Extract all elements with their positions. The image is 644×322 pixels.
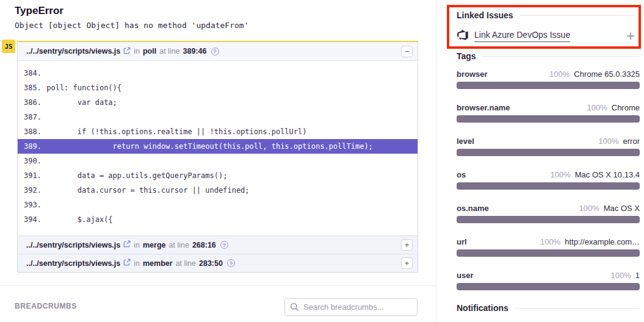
tag-key[interactable]: os.name [457,204,489,213]
code-line: 392. data.cursor = this.cursor || undefi… [18,183,418,198]
frame-function-name: member [143,259,173,268]
code-line: 387. [18,110,418,124]
tag-row: browser.name 100%Chrome [457,99,640,133]
tag-value: error [623,137,640,146]
tag-row: os 100%Mac OS X 10.13.4 [457,166,640,200]
tag-value: http://example.com… [565,237,640,246]
tag-value: Mac OS X 10.13.4 [575,170,640,179]
frame-in-label: in [134,47,140,55]
tag-row: level 100%error [457,133,640,166]
frame-atline-label: at line [159,47,179,55]
tag-key[interactable]: browser.name [457,103,510,112]
tag-percent: 100% [598,137,618,146]
tag-percent: 100% [587,103,607,112]
frame-line-number: 268:16 [192,241,216,249]
tag-value: 1 [635,271,640,280]
tag-percent: 100% [611,271,631,280]
tag-percent: 100% [540,237,560,246]
heading-rule [482,56,640,57]
tag-distribution-bar[interactable] [457,216,640,223]
collapse-frame-button[interactable]: − [401,46,413,57]
tag-key[interactable]: os [457,170,466,179]
code-line: 391. data = app.utils.getQueryParams(); [18,168,418,183]
tag-distribution-bar[interactable] [457,249,640,257]
external-link-icon[interactable] [123,240,131,249]
tag-key[interactable]: level [457,137,474,146]
frame-header-merge[interactable]: ../../sentry/scripts/views.js in merge a… [18,235,418,254]
error-message: Object [object Object] has no method 'up… [15,21,249,30]
frame-header-member[interactable]: ../../sentry/scripts/views.js in member … [18,254,418,272]
frame-file-path[interactable]: ../../sentry/scripts/views.js [26,241,120,249]
linked-issues-heading: Linked Issues [457,10,635,20]
search-breadcrumbs-input[interactable] [284,298,418,316]
external-link-icon[interactable] [123,259,131,268]
tag-row: browser 100%Chrome 65.0.3325 [457,66,640,99]
tag-distribution-bar[interactable] [457,182,640,190]
frame-header-poll[interactable]: ../../sentry/scripts/views.js in poll at… [18,42,418,61]
help-icon[interactable]: ? [227,259,235,267]
tag-key[interactable]: url [457,237,467,246]
frame-file-path[interactable]: ../../sentry/scripts/views.js [26,47,120,55]
breadcrumbs-heading: BREADCRUMBS [15,302,77,310]
expand-frame-button[interactable]: + [401,257,413,269]
external-link-icon[interactable] [123,47,131,56]
tag-percent: 100% [579,204,599,213]
tag-value: Chrome 65.0.3325 [574,70,640,79]
tag-value: Chrome [612,103,640,112]
tag-distribution-bar[interactable] [457,82,640,89]
code-line: 393. [18,198,418,212]
tag-key[interactable]: browser [457,70,488,79]
language-badge: JS [2,40,15,53]
tag-percent: 100% [551,170,571,179]
stack-trace-frame: ../../sentry/scripts/views.js in poll at… [17,41,418,273]
tag-row: url 100%http://example.com… [457,234,640,267]
frame-in-label: in [134,259,140,268]
frame-atline-label: at line [169,241,189,249]
tag-distribution-bar[interactable] [457,115,640,123]
expand-frame-button[interactable]: + [401,239,413,251]
help-icon[interactable]: ? [211,48,219,55]
frame-in-label: in [134,241,140,249]
frame-function-name: merge [143,241,166,249]
link-azure-devops-issue-link[interactable]: Link Azure DevOps Issue [474,30,570,42]
tag-value: Mac OS X [604,204,640,213]
code-line-highlighted: 389. return window.setTimeout(this.poll,… [18,139,418,154]
tag-key[interactable]: user [457,271,473,280]
search-icon [290,302,299,312]
tag-distribution-bar[interactable] [457,283,640,290]
code-line: 384. [18,66,418,80]
tags-list: browser 100%Chrome 65.0.3325 browser.nam… [457,66,640,301]
code-line: 386. var data; [18,95,418,110]
tag-row: os.name 100%Mac OS X [457,200,640,234]
tag-percent: 100% [549,70,570,79]
tag-distribution-bar[interactable] [457,149,640,156]
breadcrumbs-search [284,298,418,316]
linked-issues-row: Link Azure DevOps Issue + [457,28,640,44]
frame-file-path[interactable]: ../../sentry/scripts/views.js [26,259,120,268]
frame-atline-label: at line [176,259,196,268]
code-context: 384. 385. poll: function(){ 386. var dat… [18,61,418,235]
code-line: 394. $.ajax({ [18,212,418,227]
code-line: 388. if (!this.options.realtime || !this… [18,124,418,139]
heading-rule [519,15,635,16]
tag-row: user 100%1 [457,267,640,301]
notifications-heading: Notifications [457,303,640,313]
heading-rule [515,308,640,309]
tags-heading: Tags [457,51,640,61]
frame-line-number: 283:50 [199,259,223,268]
code-line: 385. poll: function(){ [18,80,418,95]
help-icon[interactable]: ? [220,241,228,249]
frame-line-number: 389:46 [183,47,207,55]
error-title: TypeError [15,5,63,17]
section-divider [0,285,436,286]
azure-devops-icon [457,29,469,43]
issue-detail-page: TypeError Object [object Object] has no … [0,0,644,322]
code-line: 390. [18,154,418,168]
frame-function-name: poll [143,47,156,55]
sidebar-divider [436,0,436,322]
add-linked-issue-button[interactable]: + [626,30,635,42]
